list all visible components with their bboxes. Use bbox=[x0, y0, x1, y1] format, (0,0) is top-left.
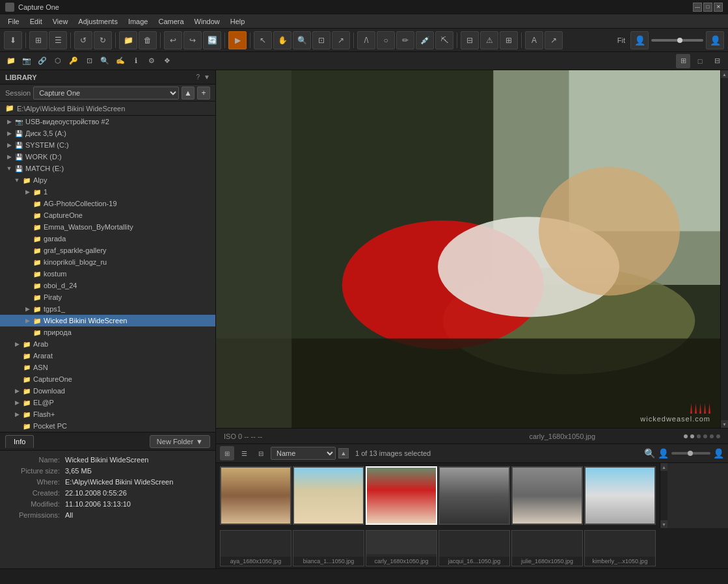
tree-disk-a[interactable]: ▶ 💾 Диск 3,5 (A:) bbox=[0, 127, 215, 139]
menu-view[interactable]: View bbox=[47, 16, 74, 27]
process-button[interactable]: ▶ bbox=[228, 31, 247, 49]
close-button[interactable]: ✕ bbox=[714, 3, 723, 12]
brush-tool[interactable]: ✍ bbox=[113, 54, 128, 68]
eyedrop-tool-button[interactable]: 💉 bbox=[416, 31, 434, 49]
session-up-btn[interactable]: ▲ bbox=[182, 86, 195, 100]
rotate-ccw-button[interactable]: ↩ bbox=[164, 31, 182, 49]
clone-tool-button[interactable]: ⛏ bbox=[435, 31, 453, 49]
maximize-button[interactable]: □ bbox=[703, 3, 712, 12]
thumb-scrollbar[interactable]: ▲ ▼ bbox=[660, 463, 667, 528]
tree-asn[interactable]: ▶ 📁 ASN bbox=[0, 362, 215, 373]
expand-btn[interactable]: ↗ bbox=[545, 31, 563, 49]
tree-garada[interactable]: ▶ 📁 garada bbox=[0, 233, 215, 245]
warning-btn[interactable]: ⚠ bbox=[480, 31, 498, 49]
delete-button[interactable]: 🗑 bbox=[139, 31, 157, 49]
preview-scrollbar[interactable]: ▲ ▼ bbox=[720, 70, 728, 428]
crop-tool-button[interactable]: ⊡ bbox=[312, 31, 330, 49]
tree-piraty[interactable]: ▶ 📁 Piraty bbox=[0, 291, 215, 303]
session-add-btn[interactable]: + bbox=[197, 86, 210, 100]
minimize-button[interactable]: — bbox=[693, 3, 702, 12]
thumb-strip-view-btn[interactable]: ⊟ bbox=[254, 446, 268, 460]
shape-tool[interactable]: ⬡ bbox=[51, 54, 65, 68]
tree-tgps1[interactable]: ▶ 📁 tgps1_ bbox=[0, 303, 215, 315]
tree-graf[interactable]: ▶ 📁 graf_sparkle-gallery bbox=[0, 245, 215, 256]
tree-work-d[interactable]: ▶ 💾 WORK (D:) bbox=[0, 151, 215, 163]
key-tool[interactable]: 🔑 bbox=[66, 54, 81, 68]
thumb-list-view-btn[interactable]: ☰ bbox=[237, 446, 251, 460]
tree-kostum[interactable]: ▶ 📁 kostum bbox=[0, 268, 215, 280]
thumb-carly[interactable] bbox=[366, 466, 437, 525]
menu-adjustments[interactable]: Adjustments bbox=[73, 16, 123, 27]
thumb-zoom-slider[interactable] bbox=[671, 452, 710, 455]
thumb-name-kimberly[interactable]: kimberly_...x1050.jpg bbox=[584, 530, 656, 566]
preview-area[interactable]: wickedweasel.com bbox=[216, 70, 720, 428]
import-button[interactable]: ⬇ bbox=[4, 31, 22, 49]
tree-system-c[interactable]: ▶ 💾 SYSTEM (C:) bbox=[0, 139, 215, 151]
rotate-180-button[interactable]: 🔄 bbox=[203, 31, 221, 49]
person-icon[interactable]: 👤 bbox=[630, 31, 649, 49]
tree-wicked-bikini[interactable]: ▶ 📁 Wicked Bikini WideScreen bbox=[0, 315, 215, 326]
search-thumbnails-btn[interactable]: 🔍 bbox=[644, 448, 655, 458]
tree-elap[interactable]: ▶ 📁 EL@P bbox=[0, 397, 215, 408]
grid-view-button[interactable]: ⊞ bbox=[29, 31, 47, 49]
tree-captureone[interactable]: ▶ 📁 CaptureOne bbox=[0, 209, 215, 221]
cursor-tool-button[interactable]: ↖ bbox=[254, 31, 272, 49]
menu-image[interactable]: Image bbox=[123, 16, 154, 27]
tree-priroda[interactable]: ▶ 📁 природа bbox=[0, 326, 215, 338]
single-view-tool[interactable]: □ bbox=[693, 54, 707, 68]
tree-usb[interactable]: ▶ 📷 USB-видеоустройство #2 bbox=[0, 116, 215, 127]
text-btn[interactable]: A bbox=[525, 31, 543, 49]
zoom-slider[interactable] bbox=[651, 39, 703, 42]
tree-flash[interactable]: ▶ 📁 Flash+ bbox=[0, 408, 215, 420]
thumb-aya[interactable] bbox=[220, 466, 291, 525]
tree-download[interactable]: ▶ 📁 Download bbox=[0, 385, 215, 397]
person-thumb-icon[interactable]: 👤 bbox=[658, 448, 669, 458]
thumb-grid-view-btn[interactable]: ⊞ bbox=[220, 446, 234, 460]
browse-folder-button[interactable]: 📁 bbox=[119, 31, 137, 49]
thumb-jacqui[interactable] bbox=[438, 466, 510, 525]
zoom-tool-button[interactable]: 🔍 bbox=[293, 31, 311, 49]
lasso-tool-button[interactable]: /\ bbox=[357, 31, 375, 49]
menu-window[interactable]: Window bbox=[189, 16, 225, 27]
sort-direction-btn[interactable]: ▲ bbox=[338, 448, 349, 458]
grid-view-tool[interactable]: ⊞ bbox=[676, 54, 690, 68]
thumb-bianca[interactable] bbox=[293, 466, 364, 525]
thumb-kimberly[interactable] bbox=[584, 466, 656, 525]
tree-1[interactable]: ▶ 📁 1 bbox=[0, 186, 215, 198]
scroll-up-btn[interactable]: ▲ bbox=[721, 70, 728, 78]
thumb-scroll-up[interactable]: ▲ bbox=[660, 463, 667, 471]
hand-tool-button[interactable]: ✋ bbox=[273, 31, 291, 49]
person-icon-2[interactable]: 👤 bbox=[706, 31, 724, 49]
settings-tool[interactable]: ⚙ bbox=[144, 54, 159, 68]
rotate-cw-button[interactable]: ↪ bbox=[183, 31, 202, 49]
thumb-name-bianca[interactable]: bianca_1...1050.jpg bbox=[293, 530, 364, 566]
layout-btn1[interactable]: ⊟ bbox=[461, 31, 479, 49]
thumb-name-jacqui[interactable]: jacqui_16...1050.jpg bbox=[438, 530, 510, 566]
redo-button[interactable]: ↻ bbox=[94, 31, 112, 49]
person-thumb-icon-2[interactable]: 👤 bbox=[713, 448, 724, 458]
crop2-tool[interactable]: ⊡ bbox=[82, 54, 96, 68]
camera-tool[interactable]: 📷 bbox=[20, 54, 34, 68]
thumb-name-aya[interactable]: aya_1680x1050.jpg bbox=[220, 530, 291, 566]
list-view-button[interactable]: ☰ bbox=[49, 31, 67, 49]
info-tab[interactable]: Info bbox=[5, 435, 34, 448]
advanced-tool[interactable]: ❖ bbox=[160, 54, 174, 68]
search-tool[interactable]: 🔍 bbox=[98, 54, 112, 68]
thumb-scroll-down[interactable]: ▼ bbox=[660, 520, 667, 528]
undo-button[interactable]: ↺ bbox=[74, 31, 92, 49]
tree-oboi[interactable]: ▶ 📁 oboi_d_24 bbox=[0, 280, 215, 291]
tree-ararat[interactable]: ▶ 📁 Ararat bbox=[0, 350, 215, 362]
tree-alpy[interactable]: ▼ 📁 Alpy bbox=[0, 174, 215, 186]
circle-tool-button[interactable]: ○ bbox=[377, 31, 395, 49]
sort-select[interactable]: Name bbox=[271, 447, 336, 460]
tree-kinoprikoli[interactable]: ▶ 📁 kinoprikoli_blogz_ru bbox=[0, 256, 215, 268]
tree-arab[interactable]: ▶ 📁 Arab bbox=[0, 338, 215, 350]
compare-view-tool[interactable]: ⊟ bbox=[710, 54, 724, 68]
menu-camera[interactable]: Camera bbox=[153, 16, 189, 27]
thumb-name-carly[interactable]: carly_1680x1050.jpg bbox=[366, 530, 437, 566]
scroll-down-btn[interactable]: ▼ bbox=[721, 420, 728, 428]
tree-captureone2[interactable]: ▶ 📁 CaptureOne bbox=[0, 373, 215, 385]
tree-pocketpc[interactable]: ▶ 📁 Pocket PC bbox=[0, 420, 215, 432]
tree-emma[interactable]: ▶ 📁 Emma_Watson_ByMortallity bbox=[0, 221, 215, 233]
pencil-tool-button[interactable]: ✏ bbox=[396, 31, 414, 49]
